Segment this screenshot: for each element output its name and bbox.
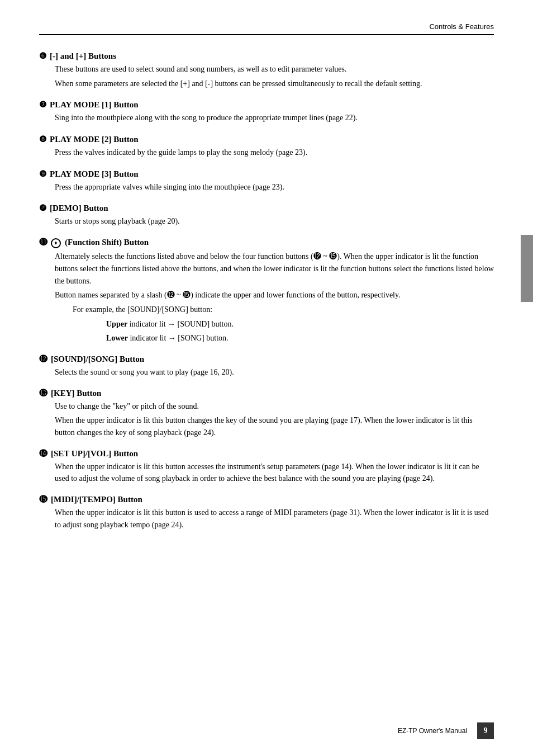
section-6-num: ❻ bbox=[39, 51, 46, 61]
section-10: ❿ [DEMO] Button Starts or stops song pla… bbox=[39, 203, 494, 228]
section-11-indent2: Upper indicator lit → [SOUND] button. Lo… bbox=[73, 318, 494, 344]
section-10-label: [DEMO] Button bbox=[50, 204, 108, 213]
section-14: ⓮ [SET UP]/[VOL] Button When the upper i… bbox=[39, 449, 494, 485]
section-12: ⓬ [SOUND]/[SONG] Button Selects the soun… bbox=[39, 355, 494, 379]
section-13: ⓭ [KEY] Button Use to change the "key" o… bbox=[39, 389, 494, 439]
section-13-num: ⓭ bbox=[39, 389, 47, 398]
section-8-p1: Press the valves indicated by the guide … bbox=[55, 147, 494, 159]
section-13-label: [KEY] Button bbox=[51, 389, 101, 398]
section-6-body: These buttons are used to select sound a… bbox=[39, 63, 494, 89]
section-7-body: Sing into the mouthpiece along with the … bbox=[39, 112, 494, 124]
section-6-label: [-] and [+] Buttons bbox=[50, 51, 116, 61]
section-12-body: Selects the sound or song you want to pl… bbox=[39, 366, 494, 379]
section-11-indent2-p2: Lower indicator lit → [SONG] button. bbox=[106, 332, 494, 344]
section-7-p1: Sing into the mouthpiece along with the … bbox=[55, 112, 494, 124]
footer-page-num: 9 bbox=[477, 722, 494, 739]
section-9-body: Press the appropriate valves while singi… bbox=[39, 181, 494, 193]
section-13-p2: When the upper indicator is lit this but… bbox=[55, 414, 494, 438]
section-7-title: ❼ PLAY MODE [1] Button bbox=[39, 100, 494, 110]
section-10-p1: Starts or stops song playback (page 20). bbox=[55, 215, 494, 228]
section-12-title: ⓬ [SOUND]/[SONG] Button bbox=[39, 355, 494, 364]
section-9-p1: Press the appropriate valves while singi… bbox=[55, 181, 494, 193]
section-11: ⓫ ✦ (Function Shift) Button Alternately … bbox=[39, 238, 494, 344]
section-15-p1: When the upper indicator is lit this but… bbox=[55, 507, 494, 531]
section-7-label: PLAY MODE [1] Button bbox=[50, 100, 138, 110]
section-15-title: ⓯ [MIDI]/[TEMPO] Button bbox=[39, 495, 494, 504]
section-15-body: When the upper indicator is lit this but… bbox=[39, 507, 494, 531]
section-6-title: ❻ [-] and [+] Buttons bbox=[39, 51, 494, 61]
section-9-label: PLAY MODE [3] Button bbox=[50, 169, 138, 179]
section-12-label: [SOUND]/[SONG] Button bbox=[51, 355, 144, 364]
section-15-num: ⓯ bbox=[39, 495, 47, 504]
lower-bold: Lower bbox=[106, 334, 128, 342]
section-9: ❾ PLAY MODE [3] Button Press the appropr… bbox=[39, 169, 494, 193]
section-13-body: Use to change the "key" or pitch of the … bbox=[39, 400, 494, 439]
section-6-p2: When some parameters are selected the [+… bbox=[55, 78, 494, 90]
section-7-num: ❼ bbox=[39, 100, 46, 110]
section-10-title: ❿ [DEMO] Button bbox=[39, 203, 494, 213]
footer: EZ-TP Owner's Manual 9 bbox=[0, 722, 533, 739]
section-9-num: ❾ bbox=[39, 169, 46, 179]
section-8-label: PLAY MODE [2] Button bbox=[50, 135, 138, 144]
footer-manual-text: EZ-TP Owner's Manual bbox=[398, 727, 467, 735]
header-title: Controls & Features bbox=[429, 22, 494, 31]
section-11-p1: Alternately selects the functions listed… bbox=[55, 251, 494, 287]
section-11-indent2-p1: Upper indicator lit → [SOUND] button. bbox=[106, 318, 494, 330]
upper-bold: Upper bbox=[106, 320, 127, 328]
section-15: ⓯ [MIDI]/[TEMPO] Button When the upper i… bbox=[39, 495, 494, 531]
function-shift-icon: ✦ bbox=[51, 238, 61, 248]
section-15-label: [MIDI]/[TEMPO] Button bbox=[51, 495, 142, 504]
section-9-title: ❾ PLAY MODE [3] Button bbox=[39, 169, 494, 179]
section-14-title: ⓮ [SET UP]/[VOL] Button bbox=[39, 449, 494, 459]
side-tab bbox=[521, 235, 533, 302]
section-6: ❻ [-] and [+] Buttons These buttons are … bbox=[39, 51, 494, 89]
section-11-label: (Function Shift) Button bbox=[65, 238, 149, 247]
section-11-p2: Button names separated by a slash (⓬ ~ ⓯… bbox=[55, 289, 494, 301]
section-8: ❽ PLAY MODE [2] Button Press the valves … bbox=[39, 134, 494, 159]
section-11-body: Alternately selects the functions listed… bbox=[39, 251, 494, 344]
section-11-num: ⓫ bbox=[39, 238, 47, 247]
section-14-label: [SET UP]/[VOL] Button bbox=[51, 449, 138, 459]
section-11-indent: For example, the [SOUND]/[SONG] button: … bbox=[55, 304, 494, 344]
section-13-title: ⓭ [KEY] Button bbox=[39, 389, 494, 398]
section-8-body: Press the valves indicated by the guide … bbox=[39, 147, 494, 159]
section-10-num: ❿ bbox=[39, 203, 46, 213]
section-11-indent-p1: For example, the [SOUND]/[SONG] button: bbox=[73, 304, 494, 316]
section-8-title: ❽ PLAY MODE [2] Button bbox=[39, 134, 494, 144]
section-14-body: When the upper indicator is lit this but… bbox=[39, 461, 494, 485]
header-bar: Controls & Features bbox=[39, 22, 494, 35]
section-11-title: ⓫ ✦ (Function Shift) Button bbox=[39, 238, 494, 248]
section-14-num: ⓮ bbox=[39, 449, 47, 459]
section-13-p1: Use to change the "key" or pitch of the … bbox=[55, 400, 494, 413]
section-7: ❼ PLAY MODE [1] Button Sing into the mou… bbox=[39, 100, 494, 124]
section-6-p1: These buttons are used to select sound a… bbox=[55, 63, 494, 75]
section-12-num: ⓬ bbox=[39, 355, 47, 364]
section-8-num: ❽ bbox=[39, 134, 46, 144]
section-14-p1: When the upper indicator is lit this but… bbox=[55, 461, 494, 485]
page: Controls & Features ❻ [-] and [+] Button… bbox=[0, 0, 533, 756]
section-10-body: Starts or stops song playback (page 20). bbox=[39, 215, 494, 228]
section-12-p1: Selects the sound or song you want to pl… bbox=[55, 366, 494, 379]
